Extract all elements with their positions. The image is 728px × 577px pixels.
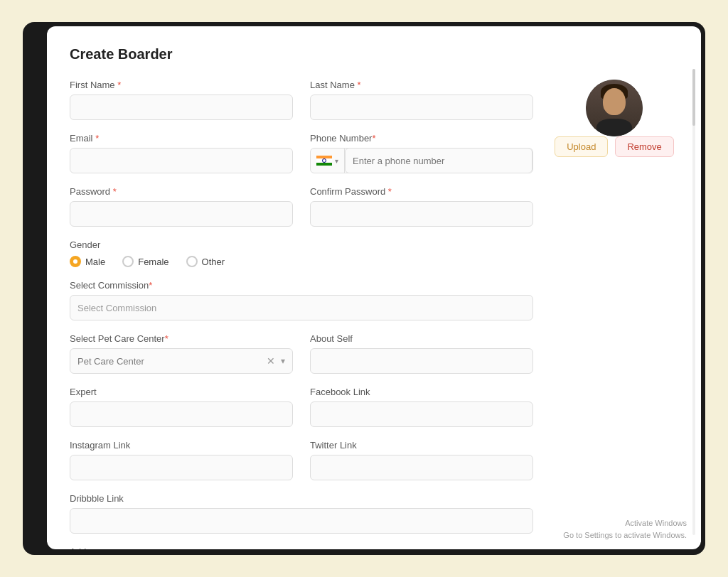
- radio-male[interactable]: [70, 256, 81, 267]
- first-name-label: First Name *: [70, 80, 293, 90]
- india-flag: [316, 156, 332, 166]
- avatar-buttons: Upload Remove: [555, 136, 674, 157]
- avatar-person: [586, 80, 643, 136]
- pet-care-value: Pet Care Center: [77, 356, 144, 367]
- create-boarder-modal: Create Boarder First Name * Last Name *: [47, 26, 701, 549]
- facebook-input[interactable]: [310, 401, 533, 427]
- avatar-section: Upload Remove: [550, 80, 678, 549]
- commission-select[interactable]: Select Commission: [70, 295, 533, 320]
- commission-field: Select Commission* Select Commission: [70, 280, 533, 320]
- about-self-label: About Self: [310, 333, 533, 344]
- flag-dropdown-arrow: ▾: [335, 157, 338, 165]
- instagram-label: Instagram Link: [70, 440, 293, 451]
- gender-section: Gender Male Female Other: [70, 239, 533, 267]
- last-name-input[interactable]: [310, 95, 533, 120]
- twitter-field: Twitter Link: [310, 440, 533, 480]
- avatar-face: [603, 88, 626, 115]
- phone-field: Phone Number* ▾: [310, 133, 533, 173]
- twitter-input[interactable]: [310, 455, 533, 480]
- twitter-label: Twitter Link: [310, 440, 533, 451]
- dribbble-label: Dribbble Link: [70, 493, 533, 504]
- confirm-password-input[interactable]: [310, 201, 533, 227]
- first-name-input[interactable]: [70, 95, 293, 120]
- gender-male[interactable]: Male: [70, 256, 105, 267]
- dribbble-input[interactable]: [70, 508, 533, 534]
- address-field: Address: [70, 546, 533, 549]
- phone-flag-dropdown[interactable]: ▾: [311, 149, 345, 173]
- dribbble-field: Dribbble Link: [70, 493, 533, 534]
- first-name-field: First Name *: [70, 80, 293, 120]
- pet-care-field: Select Pet Care Center* Pet Care Center …: [70, 333, 293, 374]
- password-input[interactable]: [70, 201, 293, 227]
- phone-wrapper: ▾: [310, 148, 533, 173]
- facebook-field: Facebook Link: [310, 387, 533, 427]
- multiselect-controls: ✕ ▾: [267, 355, 285, 367]
- gender-other[interactable]: Other: [186, 256, 225, 267]
- remove-button[interactable]: Remove: [615, 136, 673, 157]
- pet-care-label: Select Pet Care Center*: [70, 333, 293, 344]
- confirm-password-label: Confirm Password *: [310, 186, 533, 197]
- expert-field: Expert: [70, 387, 293, 427]
- address-label: Address: [70, 546, 533, 549]
- expert-input[interactable]: [70, 401, 293, 427]
- about-self-field: About Self: [310, 333, 533, 374]
- clear-pet-care[interactable]: ✕: [267, 355, 275, 367]
- gender-label: Gender: [70, 239, 533, 250]
- scrollbar-track: [692, 69, 695, 535]
- password-label: Password *: [70, 186, 293, 197]
- email-input[interactable]: [70, 148, 293, 173]
- gender-male-label: Male: [85, 257, 105, 267]
- upload-button[interactable]: Upload: [555, 136, 608, 157]
- expert-label: Expert: [70, 387, 293, 397]
- radio-female[interactable]: [122, 256, 134, 267]
- radio-other[interactable]: [186, 256, 198, 267]
- instagram-field: Instagram Link: [70, 440, 293, 480]
- chevron-pet-care[interactable]: ▾: [281, 356, 285, 366]
- password-field: Password *: [70, 186, 293, 227]
- activate-windows-notice: Activate Windows Go to Settings to activ…: [563, 517, 687, 542]
- email-field: Email *: [70, 133, 293, 173]
- avatar: [586, 80, 643, 136]
- modal-title: Create Boarder: [70, 46, 678, 63]
- gender-other-label: Other: [202, 257, 225, 267]
- gender-options: Male Female Other: [70, 256, 533, 267]
- phone-label: Phone Number*: [310, 133, 533, 144]
- facebook-label: Facebook Link: [310, 387, 533, 397]
- confirm-password-field: Confirm Password *: [310, 186, 533, 227]
- commission-label: Select Commission*: [70, 280, 533, 291]
- about-self-input[interactable]: [310, 348, 533, 374]
- gender-female-label: Female: [138, 257, 168, 267]
- instagram-input[interactable]: [70, 455, 293, 480]
- email-label: Email *: [70, 133, 293, 144]
- last-name-field: Last Name *: [310, 80, 533, 120]
- last-name-label: Last Name *: [310, 80, 533, 90]
- avatar-body: [596, 119, 632, 136]
- gender-female[interactable]: Female: [122, 256, 168, 267]
- phone-input[interactable]: [345, 148, 532, 173]
- scrollbar-thumb[interactable]: [692, 69, 695, 126]
- pet-care-select[interactable]: Pet Care Center ✕ ▾: [70, 348, 293, 374]
